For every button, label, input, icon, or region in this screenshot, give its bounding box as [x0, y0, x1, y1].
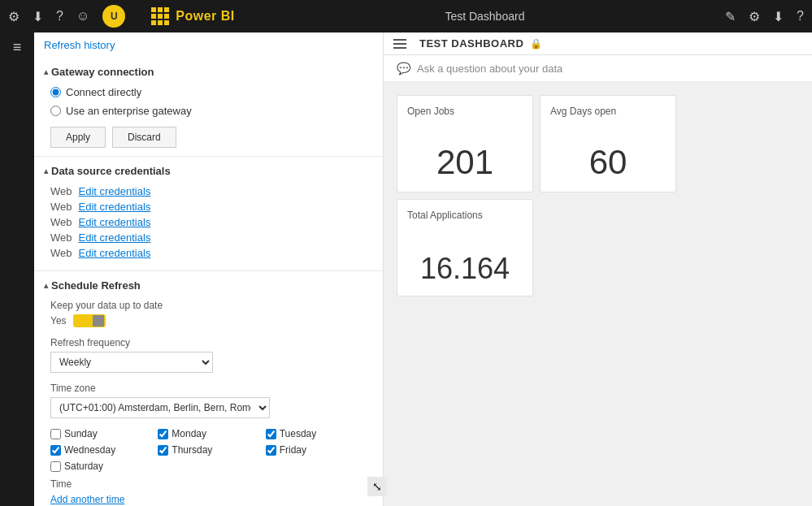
card-total-applications: Total Applications 16.164 — [397, 199, 533, 296]
waffle-icon[interactable] — [151, 7, 169, 25]
powerbi-logo-area: Power BI — [141, 0, 244, 32]
day-sunday-checkbox[interactable] — [50, 429, 61, 439]
cred-type-1: Web — [50, 201, 72, 213]
gateway-section-title: Gateway connection — [44, 66, 373, 78]
dashboard-name-header: Test Dashboard — [445, 10, 524, 23]
day-thursday-label: Thursday — [172, 444, 212, 456]
hamburger-line-1 — [393, 39, 406, 41]
cred-row-0: Web Edit credentials — [50, 185, 373, 197]
toggle-switch[interactable] — [73, 314, 106, 327]
card-open-jobs: Open Jobs 201 — [397, 95, 533, 192]
settings-icon-right[interactable]: ⚙ — [749, 9, 760, 24]
hamburger-line-2 — [393, 43, 406, 45]
gateway-btn-group: Apply Discard — [50, 127, 373, 148]
toggle-row: Yes — [50, 314, 373, 327]
schedule-section: Schedule Refresh Keep your data up to da… — [34, 271, 383, 506]
app-title: Power BI — [176, 9, 234, 24]
day-tuesday[interactable]: Tuesday — [266, 428, 373, 439]
time-label: Time — [50, 478, 373, 490]
day-wednesday-label: Wednesday — [64, 444, 115, 456]
day-wednesday[interactable]: Wednesday — [50, 444, 158, 456]
add-time-link[interactable]: Add another time — [50, 494, 124, 505]
card-open-jobs-title: Open Jobs — [407, 106, 523, 117]
download-icon-left[interactable]: ⬇ — [33, 9, 43, 24]
card-total-applications-title: Total Applications — [407, 210, 523, 221]
day-sunday-label: Sunday — [64, 428, 98, 439]
connect-directly-option[interactable]: Connect directly — [50, 86, 373, 98]
gateway-apply-button[interactable]: Apply — [50, 127, 106, 148]
gateway-radio-group: Connect directly Use an enterprise gatew… — [50, 86, 373, 117]
card-avg-days: Avg Days open 60 — [540, 95, 676, 192]
nav-menu-icon[interactable]: ≡ — [13, 39, 22, 56]
day-tuesday-label: Tuesday — [280, 428, 317, 439]
keep-updated-group: Keep your data up to date Yes — [50, 300, 373, 327]
qa-icon: 💬 — [397, 62, 410, 75]
top-bar: ⚙ ⬇ ? ☺ U Power BI Test Dashboard ✎ ⚙ ⬇ … — [0, 0, 812, 32]
gateway-discard-button[interactable]: Discard — [112, 127, 176, 148]
cred-link-3[interactable]: Edit credentials — [79, 231, 151, 244]
cred-type-3: Web — [50, 231, 72, 244]
cred-type-2: Web — [50, 216, 72, 228]
help-icon-left[interactable]: ? — [56, 9, 63, 24]
day-monday[interactable]: Monday — [158, 428, 265, 439]
days-checkbox-grid: Sunday Monday Tuesday Wednesday Thursday — [50, 428, 373, 472]
timezone-label: Time zone — [50, 383, 373, 394]
day-tuesday-checkbox[interactable] — [266, 429, 276, 439]
day-monday-checkbox[interactable] — [158, 429, 168, 439]
cred-link-4[interactable]: Edit credentials — [79, 247, 151, 259]
day-friday-checkbox[interactable] — [266, 445, 276, 456]
help-icon-right[interactable]: ? — [797, 9, 804, 24]
toggle-thumb — [93, 315, 104, 327]
keep-updated-label: Keep your data up to date — [50, 300, 373, 311]
day-saturday[interactable]: Saturday — [50, 461, 158, 472]
cred-link-2[interactable]: Edit credentials — [79, 216, 151, 228]
top-bar-center: Test Dashboard — [245, 10, 725, 23]
connect-directly-radio[interactable] — [50, 87, 61, 97]
day-friday[interactable]: Friday — [266, 444, 373, 456]
settings-icon-left[interactable]: ⚙ — [8, 9, 20, 24]
cards-container: Open Jobs 201 Avg Days open 60 Total App… — [384, 82, 812, 309]
timezone-select[interactable]: (UTC+01:00) Amsterdam, Berlin, Bern, Rom… — [50, 397, 270, 418]
cred-link-0[interactable]: Edit credentials — [79, 185, 151, 197]
emoji-icon-left[interactable]: ☺ — [76, 9, 89, 24]
day-sunday[interactable]: Sunday — [50, 428, 158, 439]
day-thursday-checkbox[interactable] — [158, 445, 168, 456]
use-enterprise-label: Use an enterprise gateway — [66, 105, 192, 117]
credentials-table: Web Edit credentials Web Edit credential… — [50, 185, 373, 259]
use-enterprise-option[interactable]: Use an enterprise gateway — [50, 105, 373, 117]
yes-label: Yes — [50, 315, 67, 327]
card-avg-days-title: Avg Days open — [550, 106, 666, 117]
qa-placeholder: Ask a question about your data — [417, 63, 562, 75]
cred-row-3: Web Edit credentials — [50, 231, 373, 244]
hamburger-menu[interactable] — [393, 39, 406, 49]
credentials-section-title: Data source credentials — [44, 165, 373, 177]
refresh-history-link[interactable]: Refresh history — [34, 32, 383, 58]
day-monday-label: Monday — [172, 428, 206, 439]
settings-panel: Refresh history Gateway connection Conne… — [34, 32, 384, 506]
credentials-section: Data source credentials Web Edit credent… — [34, 157, 383, 271]
day-wednesday-checkbox[interactable] — [50, 445, 61, 456]
timezone-group: Time zone (UTC+01:00) Amsterdam, Berlin,… — [50, 383, 373, 418]
day-saturday-checkbox[interactable] — [50, 461, 61, 472]
qa-bar[interactable]: 💬 Ask a question about your data — [384, 55, 812, 82]
use-enterprise-radio[interactable] — [50, 106, 61, 116]
card-open-jobs-value: 201 — [407, 143, 523, 182]
card-total-applications-value: 16.164 — [407, 252, 523, 286]
frequency-select[interactable]: Weekly Daily — [50, 352, 213, 373]
gateway-section: Gateway connection Connect directly Use … — [34, 58, 383, 157]
left-icons-group: ⚙ ⬇ ? ☺ U — [8, 5, 133, 28]
edit-icon-right[interactable]: ✎ — [725, 9, 736, 24]
avatar[interactable]: U — [102, 5, 125, 28]
frequency-label: Refresh frequency — [50, 337, 373, 348]
time-section: Time Add another time — [50, 478, 373, 505]
cred-row-2: Web Edit credentials — [50, 216, 373, 228]
day-thursday[interactable]: Thursday — [158, 444, 265, 456]
cred-row-1: Web Edit credentials — [50, 201, 373, 213]
cred-row-4: Web Edit credentials — [50, 247, 373, 259]
card-avg-days-value: 60 — [550, 143, 666, 182]
left-nav: ≡ — [0, 32, 34, 506]
download-icon-right[interactable]: ⬇ — [773, 9, 784, 24]
day-friday-label: Friday — [280, 444, 306, 456]
cred-link-1[interactable]: Edit credentials — [79, 201, 151, 213]
expand-icon[interactable]: ⤡ — [384, 477, 387, 496]
